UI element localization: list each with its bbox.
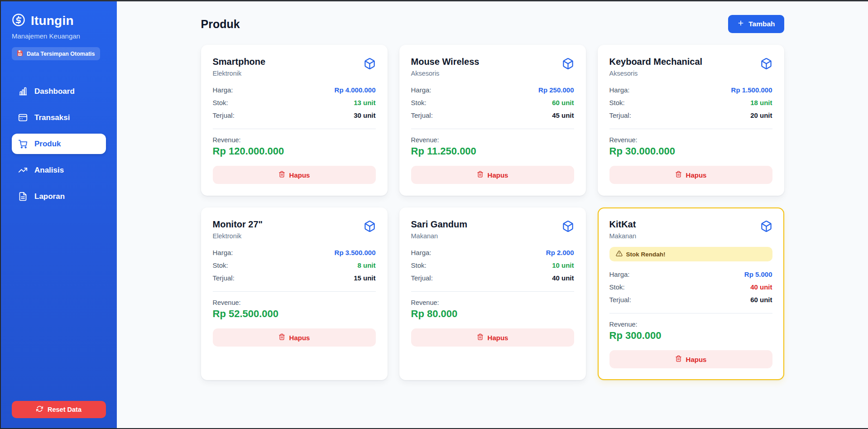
sold-label: Terjual: [411,274,433,282]
trash-icon [675,355,682,363]
price-row: Harga: Rp 1.500.000 [609,86,772,94]
trash-icon [278,171,285,179]
product-price: Rp 2.000 [546,249,574,256]
app-logo: Itungin [12,13,106,29]
card-divider [411,291,574,292]
card-divider [609,313,772,313]
product-name: Keyboard Mechanical [609,57,703,67]
delete-product-button[interactable]: Hapus [213,166,376,184]
package-icon [760,58,772,70]
stock-row: Stok: 40 unit [609,283,772,291]
product-stock: 13 unit [354,99,375,106]
sold-row: Terjual: 15 unit [213,274,376,282]
trash-icon [675,171,682,179]
delete-product-label: Hapus [289,171,310,179]
product-card: Smartphone Elektronik Stok Rendah! Harga… [201,45,388,196]
delete-product-label: Hapus [488,334,508,342]
plus-icon [737,19,744,29]
product-revenue: Rp 11.250.000 [411,145,574,157]
price-label: Harga: [609,86,630,94]
delete-product-button[interactable]: Hapus [411,328,574,347]
product-sold: 15 unit [354,274,375,282]
sidebar: Itungin Manajemen Keuangan Data Tersimpa… [1,1,117,428]
product-sold: 60 unit [750,296,772,304]
dollar-circle-icon [12,13,25,29]
refresh-icon [36,405,43,414]
product-sold: 20 unit [750,111,772,119]
product-revenue: Rp 120.000.000 [213,145,376,157]
product-grid: Smartphone Elektronik Stok Rendah! Harga… [201,45,784,380]
package-icon [364,220,376,232]
product-card: Keyboard Mechanical Aksesoris Stok Renda… [598,45,784,196]
sold-row: Terjual: 45 unit [411,111,574,119]
stock-row: Stok: 60 unit [411,99,574,106]
price-label: Harga: [411,86,432,94]
sold-row: Terjual: 20 unit [609,111,772,119]
product-revenue: Rp 80.000 [411,308,574,320]
product-card: Sari Gandum Makanan Stok Rendah! Harga: … [399,207,586,380]
stock-row: Stok: 10 unit [411,261,574,269]
product-category: Aksesoris [609,70,703,77]
add-product-button[interactable]: Tambah [728,15,784,33]
floppy-disk-icon [17,50,23,58]
product-card: KitKat Makanan Stok Rendah! Harga: Rp 5.… [598,207,784,380]
low-stock-label: Stok Rendah! [626,251,666,258]
sold-label: Terjual: [609,111,631,119]
price-row: Harga: Rp 250.000 [411,86,574,94]
sidebar-item-analisis[interactable]: Analisis [12,160,106,180]
autosave-badge: Data Tersimpan Otomatis [12,47,100,60]
sidebar-item-produk[interactable]: Produk [12,134,106,154]
sold-row: Terjual: 60 unit [609,296,772,304]
revenue-label: Revenue: [411,299,574,306]
delete-product-label: Hapus [686,356,707,363]
stock-label: Stok: [411,99,427,106]
product-category: Elektronik [213,232,263,240]
product-name: Sari Gandum [411,219,467,230]
low-stock-badge: Stok Rendah! [609,247,772,261]
product-category: Aksesoris [411,70,480,77]
app-tagline: Manajemen Keuangan [12,32,106,40]
sidebar-item-transaksi[interactable]: Transaksi [12,107,106,128]
stock-row: Stok: 8 unit [213,261,376,269]
bar-chart-icon [18,87,28,96]
delete-product-label: Hapus [686,171,707,179]
sold-label: Terjual: [411,111,433,119]
product-card: Mouse Wireless Aksesoris Stok Rendah! Ha… [399,45,586,196]
price-row: Harga: Rp 4.000.000 [213,86,376,94]
product-category: Makanan [411,232,467,240]
price-label: Harga: [609,270,630,278]
page-title: Produk [201,18,240,31]
sold-label: Terjual: [213,274,235,282]
credit-card-icon [18,113,28,122]
delete-product-button[interactable]: Hapus [213,328,376,347]
sold-row: Terjual: 30 unit [213,111,376,119]
card-divider [609,129,772,129]
delete-product-button[interactable]: Hapus [411,166,574,184]
sidebar-item-laporan[interactable]: Laporan [12,186,106,207]
product-sold: 30 unit [354,111,375,119]
product-stock: 18 unit [750,99,772,106]
trash-icon [278,333,285,342]
revenue-label: Revenue: [609,321,772,328]
package-icon [562,58,574,70]
sidebar-item-dashboard[interactable]: Dashboard [12,81,106,101]
product-price: Rp 5.000 [744,270,772,278]
stock-label: Stok: [411,261,427,269]
product-name: Monitor 27" [213,219,263,230]
delete-product-button[interactable]: Hapus [609,166,772,184]
stock-label: Stok: [609,99,625,106]
product-price: Rp 4.000.000 [335,86,376,94]
reset-data-button[interactable]: Reset Data [12,401,106,418]
add-product-label: Tambah [748,20,775,28]
app-name: Itungin [31,14,74,28]
autosave-badge-label: Data Tersimpan Otomatis [27,51,95,57]
price-row: Harga: Rp 5.000 [609,270,772,278]
delete-product-button[interactable]: Hapus [609,350,772,368]
card-divider [213,291,376,292]
delete-product-label: Hapus [289,334,310,342]
trending-up-icon [18,165,28,175]
product-stock: 60 unit [552,99,574,106]
product-category: Elektronik [213,70,266,77]
sidebar-nav: Dashboard Transaksi Produk Analisis Lapo… [12,81,106,207]
revenue-label: Revenue: [609,136,772,144]
